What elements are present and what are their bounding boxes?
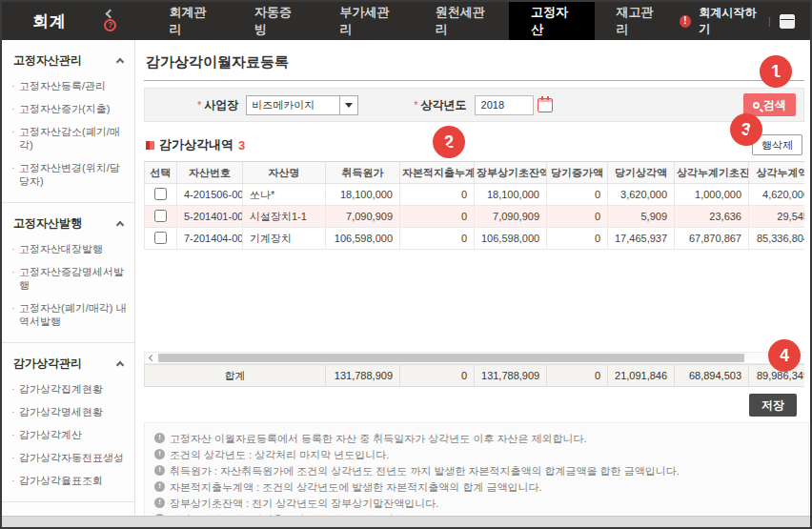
depreciation-table: 선택 자산번호 자산명 취득원가 자본적지출누계액 장부상기초잔액 당기증가액 … (144, 161, 804, 250)
top-nav-bar: 회계 ? 회계관리 자동증빙 부가세관리 원천세관리 고정자산 재고관리 ! 회… (2, 2, 810, 40)
cell-dep-accum-begin: 67,870,867 (675, 228, 749, 250)
save-button[interactable]: 저장 (749, 394, 797, 417)
note-line: !자본적지출누계액 : 조건의 상각년도에 발생한 자본적지출액의 합계 금액입… (154, 478, 799, 495)
app-window: 회계 ? 회계관리 자동증빙 부가세관리 원천세관리 고정자산 재고관리 ! 회… (0, 0, 812, 529)
cell-capex-accum: 0 (400, 228, 475, 250)
row-checkbox[interactable] (154, 188, 167, 200)
cell-dep-accum-begin: 23,636 (675, 206, 749, 228)
app-logo: 회계 (2, 2, 97, 40)
calculator-icon[interactable] (780, 14, 795, 29)
col-acq-cost: 취득원가 (326, 162, 400, 184)
search-button-label: 검색 (763, 97, 786, 113)
row-checkbox[interactable] (154, 210, 167, 222)
tab-withholding[interactable]: 원천세관리 (414, 2, 509, 40)
sidebar-section-title: 고정자산관리 (13, 52, 82, 69)
help-headset-icon[interactable]: ? (104, 19, 116, 31)
tab-auto-evidence[interactable]: 자동증빙 (233, 2, 318, 40)
sidebar-item-asset-increase[interactable]: 고정자산증가(지출) (2, 97, 134, 120)
annotation-balloon-4: 4 (768, 339, 801, 372)
cell-dep-accum: 85,336,804 (749, 228, 805, 250)
sidebar-section-asset-issue: 고정자산발행 고정자산대장발행 고정자산증감명세서발행 고정자산(폐기/매각) … (2, 203, 134, 343)
sidebar-item-dep-auto-slip[interactable]: 감가상각자동전표생성 (2, 446, 134, 469)
accounting-start-link[interactable]: 회계시작하기 (700, 5, 760, 37)
annotation-balloon-2: 2 (433, 126, 465, 158)
sidebar-section-header[interactable]: 고정자산관리 (2, 50, 134, 74)
cell-acq-cost: 106,598,000 (326, 228, 400, 250)
table-row: 4-201506-0001 쏘나* 18,100,000 0 18,100,00… (145, 184, 805, 206)
sidebar-section-title: 감가상각관리 (13, 356, 82, 372)
workplace-select-value: 비즈메카이지 (247, 98, 339, 112)
chevron-up-icon (116, 361, 124, 369)
tab-vat[interactable]: 부가세관리 (317, 2, 413, 40)
required-asterisk: * (197, 99, 201, 111)
col-dep-current: 당기상각액 (608, 162, 675, 184)
sidebar-item-asset-disposal-report[interactable]: 고정자산(폐기/매각) 내역서발행 (2, 296, 134, 333)
row-checkbox[interactable] (154, 232, 167, 244)
depreciation-year-input[interactable] (475, 95, 534, 115)
cell-dep-current: 17,465,937 (608, 228, 675, 250)
sidebar-item-asset-change[interactable]: 고정자산변경(위치/담당자) (2, 156, 134, 193)
sidebar-toggle[interactable]: ? (97, 2, 123, 40)
sidebar-item-dep-rate-table[interactable]: 감가상각율표조회 (2, 469, 134, 492)
sidebar-section-title: 고정자산발행 (13, 215, 82, 232)
table-row: 7-201404-0001 기계장치 106,598,000 0 106,598… (145, 228, 805, 250)
cell-asset-name: 기계장치 (243, 228, 326, 250)
section-bullet-icon (146, 141, 154, 150)
col-dep-accum: 상각누계액 (749, 162, 805, 184)
col-select: 선택 (145, 162, 177, 184)
cell-dep-current: 5,909 (608, 206, 675, 228)
bottom-scrollbar-track[interactable] (2, 516, 810, 527)
sum-dep-accum-begin: 68,894,503 (675, 365, 749, 387)
workplace-label: 사업장 (204, 97, 238, 113)
search-button[interactable]: 검색 (743, 93, 796, 116)
page-title: 감가상각이월자료등록 (144, 53, 804, 71)
note-text: 장부상기초잔액 : 전기 상각년도의 장부상기말잔액입니다. (170, 498, 438, 509)
table-row: 5-201401-0001 시설장치1-1 7,090,909 0 7,090,… (145, 206, 805, 228)
tab-accounting[interactable]: 회계관리 (147, 2, 233, 40)
horizontal-scrollbar[interactable] (144, 352, 804, 364)
help-notes: !고정자산 이월자료등록에서 등록한 자산 중 취득일자가 상각년도 이후 자산… (144, 422, 809, 516)
search-icon (753, 102, 760, 109)
sidebar-section-header[interactable]: 고정자산발행 (2, 213, 134, 237)
annotation-balloon-1: 1 (760, 55, 792, 88)
col-dep-accum-begin: 상각누계기초잔액 (675, 162, 749, 184)
scroll-left-icon[interactable] (145, 353, 158, 363)
tab-inventory[interactable]: 재고관리 (595, 2, 680, 40)
sidebar-item-dep-summary[interactable]: 감가상각집계현황 (2, 377, 134, 400)
cell-incr-current: 0 (547, 206, 608, 228)
sidebar-item-asset-decrease[interactable]: 고정자산감소(폐기/매각) (2, 120, 134, 156)
workplace-select[interactable]: 비즈메카이지 (246, 95, 358, 115)
cell-capex-accum: 0 (400, 184, 475, 206)
info-icon: ! (154, 433, 165, 443)
title-divider (144, 80, 804, 81)
sum-table: 합계 131,788,909 0 131,788,909 0 21,091,84… (144, 364, 804, 387)
top-nav-tabs: 회계관리 자동증빙 부가세관리 원천세관리 고정자산 재고관리 (147, 2, 680, 40)
cell-dep-accum: 29,545 (749, 206, 805, 228)
sum-label: 합계 (145, 365, 326, 387)
sidebar: 고정자산관리 고정자산등록/관리 고정자산증가(지출) 고정자산감소(폐기/매각… (2, 40, 135, 516)
col-incr-current: 당기증가액 (547, 162, 608, 184)
grid-title: 감가상각내역 (159, 136, 233, 153)
sum-incr-current: 0 (547, 365, 608, 387)
scrollbar-thumb[interactable] (158, 354, 744, 362)
required-asterisk: * (414, 99, 417, 111)
info-icon: ! (154, 449, 165, 459)
tab-fixed-assets[interactable]: 고정자산 (509, 2, 595, 40)
sidebar-section-header[interactable]: 감가상각관리 (2, 353, 134, 377)
table-header-row: 선택 자산번호 자산명 취득원가 자본적지출누계액 장부상기초잔액 당기증가액 … (145, 162, 805, 184)
cell-asset-name: 쏘나* (243, 184, 326, 206)
sidebar-section-depreciation: 감가상각관리 감가상각집계현황 감가상각명세현황 감가상각계산 감가상각자동전표… (2, 343, 134, 502)
save-row: 저장 (144, 394, 804, 417)
cell-incr-current: 0 (547, 184, 608, 206)
sidebar-section-asset-mgmt: 고정자산관리 고정자산등록/관리 고정자산증가(지출) 고정자산감소(폐기/매각… (2, 40, 134, 203)
sidebar-item-asset-ledger[interactable]: 고정자산대장발행 (2, 237, 134, 260)
search-panel: * 사업장 비즈메카이지 * 상각년도 검색 (144, 88, 804, 122)
sidebar-item-dep-detail[interactable]: 감가상각명세현황 (2, 400, 134, 423)
calendar-icon[interactable] (538, 98, 553, 112)
info-icon: ! (154, 481, 165, 492)
sidebar-item-asset-register[interactable]: 고정자산등록/관리 (2, 74, 134, 97)
sidebar-item-asset-statement[interactable]: 고정자산증감명세서발행 (2, 260, 134, 296)
cell-incr-current: 0 (547, 228, 608, 250)
sidebar-item-dep-calc[interactable]: 감가상각계산 (2, 423, 134, 446)
cell-book-begin: 18,100,000 (475, 184, 547, 206)
